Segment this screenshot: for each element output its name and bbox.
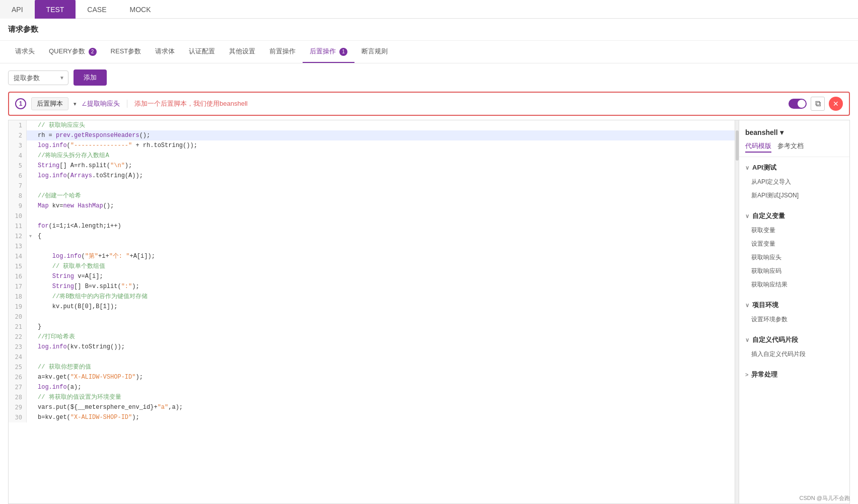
panel-language[interactable]: beanshell ▾	[745, 128, 783, 136]
tab-case[interactable]: CASE	[76, 0, 118, 19]
panel-section-title[interactable]: ∨API测试	[739, 160, 849, 175]
bottom-bar: CSDN @马儿不会跑	[792, 492, 858, 504]
hint-text: 添加一个后置脚本，我们使用beanshell	[134, 99, 248, 108]
section-title-text: API测试	[752, 163, 776, 172]
panel-item[interactable]: 获取变量	[739, 224, 849, 237]
tab-api[interactable]: API	[0, 0, 35, 19]
script-actions: ⧉ ✕	[789, 97, 843, 111]
panel-section-title[interactable]: >异常处理	[739, 367, 849, 382]
sub-tabs: 请求头 QUERY参数 2 REST参数 请求体 认证配置 其他设置 前置操作 …	[0, 41, 858, 63]
select-wrapper: 提取参数	[8, 70, 68, 85]
panel-item[interactable]: 插入自定义代码片段	[739, 347, 849, 361]
panel-section: ∨项目环境设置环境参数	[739, 295, 849, 329]
step-circle: 1	[15, 98, 26, 109]
sub-tab-query-params[interactable]: QUERY参数 2	[42, 41, 104, 63]
language-chevron[interactable]: ▾	[780, 128, 783, 136]
panel-section: >异常处理	[739, 364, 849, 385]
editor-container: 1// 获取响应应头2rh = prev.getResponseHeaders(…	[8, 120, 850, 504]
scrollbar[interactable]	[735, 120, 739, 503]
right-panel: beanshell ▾ 代码模版 参考文档 ∨API测试从API定义导入新API…	[739, 120, 849, 503]
delete-button[interactable]: ✕	[829, 97, 843, 111]
panel-item[interactable]: 获取响应结果	[739, 278, 849, 292]
sub-tab-auth-config[interactable]: 认证配置	[182, 41, 222, 63]
panel-header: beanshell ▾	[739, 125, 849, 141]
panel-section: ∨自定义代码片段插入自定义代码片段	[739, 329, 849, 364]
panel-section-title[interactable]: ∨项目环境	[739, 298, 849, 313]
panel-tab-docs[interactable]: 参考文档	[777, 141, 804, 153]
scrollbar-thumb[interactable]	[736, 130, 739, 161]
section-title-text: 异常处理	[751, 370, 777, 379]
panel-item[interactable]: 从API定义导入	[739, 175, 849, 189]
script-type-label[interactable]: 后置脚本	[31, 97, 68, 110]
script-type-chevron[interactable]: ▾	[74, 101, 77, 107]
section-title-text: 项目环境	[752, 301, 778, 310]
section-title-text: 自定义代码片段	[752, 335, 798, 344]
post-badge: 1	[339, 48, 347, 56]
panel-section: ∨API测试从API定义导入新API测试[JSON]	[739, 157, 849, 205]
tab-mock[interactable]: MOCK	[118, 0, 162, 19]
bottom-text: CSDN @马儿不会跑	[800, 495, 850, 501]
toggle-button[interactable]	[789, 99, 807, 109]
add-button[interactable]: 添加	[74, 69, 107, 86]
divider	[127, 100, 127, 108]
query-badge: 2	[89, 48, 97, 56]
panel-item[interactable]: 获取响应码	[739, 264, 849, 278]
sub-tab-request-header[interactable]: 请求头	[8, 41, 42, 63]
script-block: 1 后置脚本 ▾ ∠提取响应头 添加一个后置脚本，我们使用beanshell ⧉…	[8, 92, 850, 116]
sub-tab-rest-params[interactable]: REST参数	[104, 41, 149, 63]
sub-tab-assertion-rules[interactable]: 断言规则	[354, 41, 395, 63]
copy-button[interactable]: ⧉	[811, 97, 825, 111]
panel-item[interactable]: 设置变量	[739, 237, 849, 251]
panel-item[interactable]: 新API测试[JSON]	[739, 189, 849, 202]
top-tabs: API TEST CASE MOCK	[0, 0, 858, 19]
sub-tab-post-actions[interactable]: 后置操作 1	[303, 41, 354, 63]
panel-section: ∨自定义变量获取变量设置变量获取响应头获取响应码获取响应结果	[739, 205, 849, 295]
section-title: 请求参数	[0, 19, 858, 41]
extract-response-label[interactable]: ∠提取响应头	[82, 99, 120, 108]
sub-tab-request-body[interactable]: 请求体	[148, 41, 182, 63]
sub-tab-pre-actions[interactable]: 前置操作	[262, 41, 303, 63]
tab-test[interactable]: TEST	[35, 0, 76, 19]
panel-sections: ∨API测试从API定义导入新API测试[JSON]∨自定义变量获取变量设置变量…	[739, 157, 849, 385]
toolbar-row: 提取参数 添加	[0, 63, 858, 92]
panel-tab-templates[interactable]: 代码模版	[745, 141, 771, 153]
panel-section-title[interactable]: ∨自定义代码片段	[739, 332, 849, 347]
code-editor[interactable]: 1// 获取响应应头2rh = prev.getResponseHeaders(…	[9, 120, 735, 503]
extract-type-select[interactable]: 提取参数	[8, 70, 68, 85]
sub-tab-other-settings[interactable]: 其他设置	[222, 41, 262, 63]
section-title-text: 自定义变量	[752, 211, 785, 221]
code-lines: 1// 获取响应应头2rh = prev.getResponseHeaders(…	[9, 120, 735, 422]
panel-item[interactable]: 设置环境参数	[739, 313, 849, 326]
panel-item[interactable]: 获取响应头	[739, 251, 849, 264]
panel-tabs: 代码模版 参考文档	[739, 141, 849, 157]
language-label: beanshell	[745, 128, 778, 136]
panel-section-title[interactable]: ∨自定义变量	[739, 208, 849, 224]
